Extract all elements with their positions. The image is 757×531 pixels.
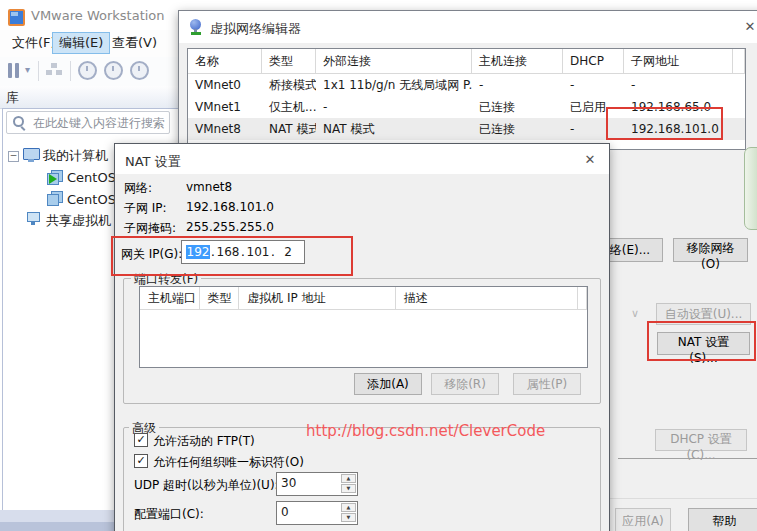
dhcp-settings-button[interactable]: DHCP 设置(C)... xyxy=(655,429,747,451)
shared-vms-icon xyxy=(27,212,40,222)
subnet-ip-label: 子网 IP: xyxy=(124,200,167,217)
annotation-subnet-highlight xyxy=(606,107,723,140)
ftp-checkbox-label[interactable]: 允许活动的 FTP(T) xyxy=(153,433,255,450)
toolbar-separator xyxy=(70,61,71,81)
network-table-header: 名称 类型 外部连接 主机连接 DHCP 子网地址 xyxy=(188,49,745,74)
close-icon[interactable]: ✕ xyxy=(741,18,757,36)
divider xyxy=(601,498,757,499)
toolbar: ▾ xyxy=(0,57,178,86)
oui-checkbox[interactable]: ✓ xyxy=(134,454,148,468)
pf-remove-button[interactable]: 移除(R) xyxy=(431,373,499,395)
col-description[interactable]: 描述 xyxy=(396,287,578,309)
col-subnet[interactable]: 子网地址 xyxy=(624,49,733,73)
power-dropdown-icon[interactable]: ▾ xyxy=(25,64,30,75)
toolbar-separator xyxy=(38,61,39,81)
show-library-icon[interactable] xyxy=(46,63,64,78)
manage-snapshot-icon[interactable] xyxy=(130,61,149,80)
network-editor-icon xyxy=(189,19,203,35)
help-button[interactable]: 帮助 xyxy=(688,508,757,531)
pf-properties-button[interactable]: 属性(P) xyxy=(513,373,581,395)
nat-settings-dialog: NAT 设置 ✕ 网络: vmnet8 子网 IP: 192.168.101.0… xyxy=(114,143,610,531)
collapse-icon[interactable]: − xyxy=(8,151,19,162)
preview-thumbnail-edge xyxy=(744,147,757,230)
col-host-connection[interactable]: 主机连接 xyxy=(472,49,563,73)
search-icon xyxy=(13,116,24,127)
col-host-port[interactable]: 主机端口 xyxy=(140,287,200,309)
nat-dialog-title: NAT 设置 xyxy=(125,153,181,171)
subnet-ip-value: 192.168.101.0 xyxy=(186,200,274,214)
screen: VMware Workstation 文件(F) 编辑(E) 查看(V) ▾ 库… xyxy=(0,0,757,531)
menu-bar: 文件(F) 编辑(E) 查看(V) xyxy=(0,30,178,57)
menu-view[interactable]: 查看(V) xyxy=(106,33,163,53)
take-snapshot-icon[interactable] xyxy=(78,61,97,80)
vm-running-icon xyxy=(47,170,63,184)
library-header-bar xyxy=(0,86,178,109)
menu-edit[interactable]: 编辑(E) xyxy=(52,32,110,54)
pf-add-button[interactable]: 添加(A) xyxy=(354,373,422,395)
network-value: vmnet8 xyxy=(186,180,232,194)
close-icon[interactable]: ✕ xyxy=(581,151,599,169)
network-label: 网络: xyxy=(124,180,152,197)
remove-network-button[interactable]: 移除网络(O) xyxy=(673,238,748,262)
apply-button[interactable]: 应用(A) xyxy=(615,508,671,531)
config-port-label: 配置端口(C): xyxy=(134,506,204,523)
main-window-title: VMware Workstation xyxy=(31,8,165,23)
col-dhcp[interactable]: DHCP xyxy=(563,49,624,73)
vmware-logo-icon xyxy=(8,9,25,26)
spin-up-icon[interactable]: ▲ xyxy=(341,503,356,512)
library-search[interactable] xyxy=(6,111,170,134)
spin-up-icon[interactable]: ▲ xyxy=(341,474,356,483)
computer-icon xyxy=(23,148,40,160)
divider xyxy=(618,458,757,459)
library-header-label: 库 xyxy=(6,89,19,107)
udp-timeout-input[interactable]: 30 ▲ ▼ xyxy=(276,472,358,496)
network-editor-titlebar: 虚拟网络编辑器 ✕ xyxy=(179,11,757,43)
power-pause-icon[interactable] xyxy=(8,63,12,78)
spin-down-icon[interactable]: ▼ xyxy=(341,513,356,522)
config-port-input[interactable]: 0 ▲ ▼ xyxy=(276,501,358,525)
col-type[interactable]: 类型 xyxy=(262,49,316,73)
col-pf-type[interactable]: 类型 xyxy=(200,287,240,309)
annotation-nat-button-highlight xyxy=(647,321,756,361)
col-external[interactable]: 外部连接 xyxy=(316,49,472,73)
annotation-gateway-highlight xyxy=(111,236,353,276)
spin-down-icon[interactable]: ▼ xyxy=(341,484,356,493)
port-forwarding-table[interactable]: 主机端口 类型 虚拟机 IP 地址 描述 xyxy=(139,286,588,368)
oui-checkbox-label[interactable]: 允许任何组织唯一标识符(O) xyxy=(153,454,304,471)
chevron-down-icon[interactable]: ∨ xyxy=(631,307,639,320)
col-name[interactable]: 名称 xyxy=(188,49,262,73)
subnet-mask-label: 子网掩码: xyxy=(124,220,176,237)
col-vm-ip[interactable]: 虚拟机 IP 地址 xyxy=(239,287,396,309)
subnet-mask-value: 255.255.255.0 xyxy=(186,220,274,234)
search-input[interactable] xyxy=(31,113,167,132)
nat-dialog-titlebar: NAT 设置 ✕ xyxy=(115,144,609,174)
ftp-checkbox[interactable]: ✓ xyxy=(134,433,148,447)
pf-table-header: 主机端口 类型 虚拟机 IP 地址 描述 xyxy=(140,287,587,310)
power-pause-icon[interactable] xyxy=(15,63,19,78)
watermark-text: http://blog.csdn.net/CleverCode xyxy=(306,422,545,440)
network-editor-title: 虚拟网络编辑器 xyxy=(210,20,301,38)
table-row-vmnet0[interactable]: VMnet0 桥接模式 1x1 11b/g/n 无线局域网 P... - - - xyxy=(188,74,745,96)
vm-icon xyxy=(47,191,63,205)
revert-snapshot-icon[interactable] xyxy=(104,61,123,80)
udp-timeout-label: UDP 超时(以秒为单位)(U): xyxy=(134,477,279,494)
